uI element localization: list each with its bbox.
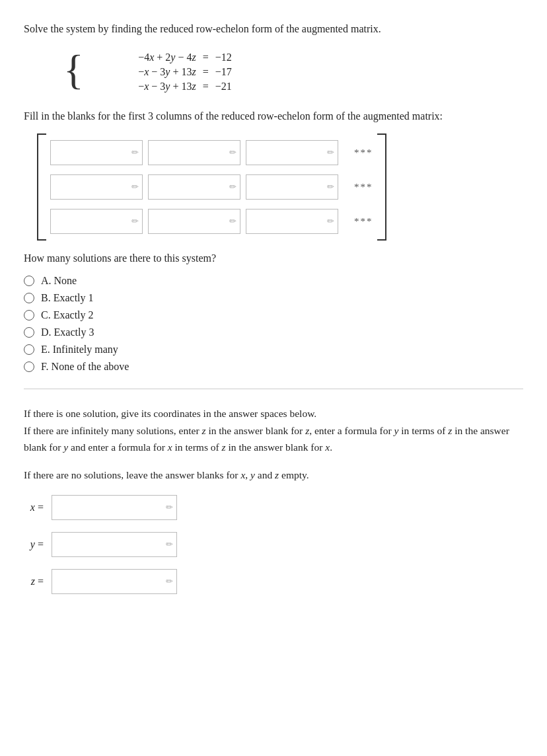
radio-F[interactable] (24, 361, 34, 372)
option-B[interactable]: B. Exactly 1 (24, 292, 523, 304)
eq1-lhs: −4x + 2y − 4z (91, 52, 196, 63)
matrix-cell-3-2: ✏ (148, 209, 240, 234)
equation-1: −4x + 2y − 4z = −12 (91, 52, 232, 63)
option-E[interactable]: E. Infinitely many (24, 344, 523, 356)
matrix-input-3-1[interactable] (50, 209, 143, 234)
sol-label-y: y = (24, 539, 44, 550)
radio-D[interactable] (24, 327, 34, 338)
sol-input-wrap-z: ✏ (52, 569, 177, 594)
matrix-row-1: ✏ ✏ ✏ *** (50, 137, 373, 168)
option-B-label: B. Exactly 1 (41, 292, 94, 304)
bracket-left (37, 133, 46, 241)
stars-row-3: *** (344, 206, 373, 237)
matrix-input-2-3[interactable] (246, 174, 338, 200)
matrix-input-2-2[interactable] (148, 174, 240, 200)
matrix-cell-1-1: ✏ (50, 140, 143, 165)
option-D-label: D. Exactly 3 (41, 326, 94, 338)
sol-row-y: y = ✏ (24, 532, 523, 557)
eq2-lhs: −x − 3y + 13z (91, 66, 196, 78)
option-E-label: E. Infinitely many (41, 344, 118, 356)
matrix-input-1-1[interactable] (50, 140, 143, 165)
equation-block: { −4x + 2y − 4z = −12 −x − 3y + 13z = −1… (24, 49, 523, 93)
sol-input-wrap-y: ✏ (52, 532, 177, 557)
divider (24, 389, 523, 389)
matrix-row-3: ✏ ✏ ✏ *** (50, 206, 373, 237)
sol-input-y[interactable] (52, 532, 177, 557)
radio-E[interactable] (24, 344, 34, 355)
eq3-rhs: −21 (215, 81, 232, 93)
matrix-cell-2-3: ✏ (246, 174, 338, 200)
matrix-input-3-2[interactable] (148, 209, 240, 234)
solution-instruction-1: If there is one solution, give its coord… (24, 405, 523, 456)
solution-instruction-2: If there are no solutions, leave the ans… (24, 467, 523, 484)
matrix-cell-3-1: ✏ (50, 209, 143, 234)
matrix-cell-3-3: ✏ (246, 209, 338, 234)
matrix-inner: ✏ ✏ ✏ *** ✏ ✏ (50, 133, 373, 241)
matrix-input-1-2[interactable] (148, 140, 240, 165)
eq2-rhs: −17 (215, 66, 232, 78)
radio-B[interactable] (24, 293, 34, 303)
fill-instruction: Fill in the blanks for the first 3 colum… (24, 108, 523, 124)
eq3-lhs: −x − 3y + 13z (91, 81, 196, 93)
eq1-equals: = (203, 52, 209, 63)
left-brace: { (63, 49, 84, 91)
sol-label-x: x = (24, 502, 44, 513)
solution-inputs: x = ✏ y = ✏ z = ✏ (24, 495, 523, 594)
matrix-cell-2-1: ✏ (50, 174, 143, 200)
equation-2: −x − 3y + 13z = −17 (91, 66, 232, 78)
option-A[interactable]: A. None (24, 275, 523, 287)
bracket-right (377, 133, 386, 241)
stars-row-2: *** (344, 172, 373, 202)
sol-row-x: x = ✏ (24, 495, 523, 520)
matrix-input-1-3[interactable] (246, 140, 338, 165)
sol-input-z[interactable] (52, 569, 177, 594)
option-A-label: A. None (41, 275, 77, 287)
sol-row-z: z = ✏ (24, 569, 523, 594)
options-list: A. None B. Exactly 1 C. Exactly 2 D. Exa… (24, 275, 523, 373)
sol-input-wrap-x: ✏ (52, 495, 177, 520)
matrix-cell-1-2: ✏ (148, 140, 240, 165)
matrix-outer: ✏ ✏ ✏ *** ✏ ✏ (24, 133, 523, 241)
option-F[interactable]: F. None of the above (24, 361, 523, 373)
sol-input-x[interactable] (52, 495, 177, 520)
sol-label-z: z = (24, 576, 44, 587)
equation-3: −x − 3y + 13z = −21 (91, 81, 232, 93)
option-C[interactable]: C. Exactly 2 (24, 309, 523, 321)
option-F-label: F. None of the above (41, 361, 129, 373)
radio-A[interactable] (24, 276, 34, 286)
radio-C[interactable] (24, 310, 34, 321)
option-C-label: C. Exactly 2 (41, 309, 94, 321)
matrix-row-2: ✏ ✏ ✏ *** (50, 172, 373, 202)
eq1-rhs: −12 (215, 52, 232, 63)
matrix-cell-2-2: ✏ (148, 174, 240, 200)
option-D[interactable]: D. Exactly 3 (24, 326, 523, 338)
matrix-input-3-3[interactable] (246, 209, 338, 234)
how-many-label: How many solutions are there to this sys… (24, 252, 523, 264)
solution-instructions: If there is one solution, give its coord… (24, 405, 523, 483)
stars-row-1: *** (344, 137, 373, 168)
matrix-cell-1-3: ✏ (246, 140, 338, 165)
eq3-equals: = (203, 81, 209, 93)
problem-statement: Solve the system by finding the reduced … (24, 21, 523, 37)
equations: −4x + 2y − 4z = −12 −x − 3y + 13z = −17 … (91, 49, 232, 93)
eq2-equals: = (203, 66, 209, 78)
fill-section: Fill in the blanks for the first 3 colum… (24, 108, 523, 241)
matrix-input-2-1[interactable] (50, 174, 143, 200)
